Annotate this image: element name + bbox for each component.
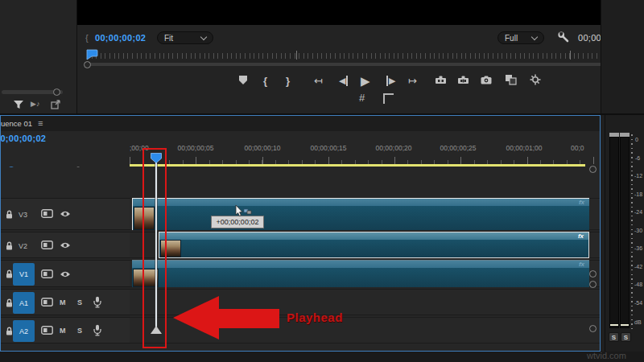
- left-panel-scroll-knob[interactable]: [53, 88, 60, 96]
- monitor-scrollbar-left-knob[interactable]: [84, 61, 91, 68]
- bottom-strip: [0, 352, 644, 362]
- zoom-level-select[interactable]: Fit: [157, 31, 213, 44]
- snap-magnet-icon[interactable]: [6, 167, 17, 167]
- solo-left-button[interactable]: S: [609, 332, 619, 342]
- source-patch-icon[interactable]: [41, 241, 53, 249]
- meter-level-right: [621, 324, 629, 326]
- solo-button[interactable]: S: [77, 327, 82, 335]
- meter-scale-label: -6: [635, 155, 640, 161]
- track-label-a1[interactable]: A1: [13, 292, 35, 314]
- timeline-vscroll-knob[interactable]: [589, 270, 597, 278]
- voiceover-record-mic-icon[interactable]: [93, 296, 102, 308]
- lift-icon[interactable]: [435, 76, 447, 84]
- left-panel: ▶♪: [0, 0, 77, 113]
- render-status-bar: [130, 164, 585, 167]
- monitor-playhead-timecode[interactable]: 00;00;00;02: [95, 33, 146, 43]
- comparison-view-icon[interactable]: [505, 74, 517, 85]
- timeline-vscroll-knob[interactable]: [589, 281, 597, 288]
- play-button-icon[interactable]: ▶: [361, 74, 370, 88]
- track-label-v2[interactable]: V2: [19, 242, 27, 250]
- ruler-guides-icon[interactable]: [383, 93, 394, 104]
- meter-scale-label: dB: [634, 319, 642, 325]
- annotation-arrow: [169, 293, 282, 343]
- program-monitor-panel: { 00;00;00;02 Fit Full 00;00;06;01 { { }…: [77, 0, 601, 113]
- tab-sequence-01-label: Sequence 01: [1, 119, 32, 128]
- step-forward-icon[interactable]: ▶: [386, 76, 395, 86]
- solo-right-button[interactable]: S: [621, 332, 631, 342]
- monitor-playhead-marker[interactable]: [86, 49, 98, 60]
- fx-badge: fx: [578, 232, 584, 240]
- annotation-playhead-rect: [142, 148, 167, 348]
- timeline-ruler[interactable]: ;00;00 00;00;00;05 00;00;00;10 00;00;00;…: [130, 131, 600, 167]
- settings-wrench-icon[interactable]: [558, 31, 570, 43]
- meter-scale-label: -30: [634, 228, 642, 233]
- lock-icon[interactable]: [5, 241, 14, 251]
- monitor-time-ruler[interactable]: [87, 53, 639, 59]
- step-back-icon[interactable]: ◀: [339, 76, 348, 86]
- meter-scale-label: -36: [634, 245, 642, 251]
- timeline-vscroll-knob[interactable]: [589, 166, 597, 173]
- mark-out-icon[interactable]: }: [286, 75, 290, 87]
- tab-sequence-01[interactable]: Sequence 01: [1, 116, 36, 131]
- meter-bar-left: [609, 137, 619, 328]
- track-header-a2: A2 M S: [1, 317, 130, 343]
- ruler-tick-label: 00;00;00;05: [163, 144, 228, 152]
- source-patch-icon[interactable]: [41, 269, 53, 278]
- button-editor-icon[interactable]: [530, 74, 541, 85]
- track-label-a2-text: A2: [19, 327, 28, 335]
- preview-audio-icon[interactable]: ▶♪: [31, 100, 39, 108]
- meter-bar-right: [620, 137, 630, 328]
- go-to-out-icon[interactable]: ↦: [408, 75, 417, 87]
- audio-meters-panel: 0 -6 -12 -18 -24 -30 -36 -42 -48 -54 dB …: [605, 115, 644, 352]
- timeline-settings-wrench-icon[interactable]: [75, 167, 86, 167]
- source-patch-icon[interactable]: [41, 298, 53, 306]
- program-monitor-video: [77, 0, 601, 25]
- track-label-a2[interactable]: A2: [13, 320, 35, 342]
- mute-button[interactable]: M: [60, 327, 66, 335]
- mark-in-icon[interactable]: {: [263, 75, 267, 87]
- toggle-track-output-eye-icon[interactable]: [60, 270, 71, 278]
- track-label-v3[interactable]: V3: [19, 211, 27, 219]
- linked-selection-icon[interactable]: [30, 167, 43, 167]
- chevron-down-icon: [200, 33, 207, 39]
- toggle-track-output-eye-icon[interactable]: [60, 210, 71, 218]
- ruler-major-ticks: [130, 157, 600, 164]
- extract-icon[interactable]: [457, 76, 469, 84]
- meter-scale-label: -12: [634, 173, 642, 179]
- voiceover-record-mic-icon[interactable]: [93, 324, 102, 336]
- fx-badge: fx: [579, 199, 584, 206]
- annotation-playhead-label: Playhead: [287, 311, 343, 324]
- timeline-timecode-area: 00;00;00;02 CC: [1, 131, 130, 167]
- go-to-in-icon[interactable]: ↤: [314, 75, 323, 87]
- timeline-playhead-timecode[interactable]: 00;00;00;02: [1, 134, 46, 143]
- meter-scale-label: 0: [635, 137, 638, 142]
- meter-level-left: [610, 324, 618, 326]
- track-label-a1-text: A1: [19, 299, 28, 307]
- top-right-panel: [601, 0, 644, 113]
- export-frame-icon[interactable]: [481, 76, 492, 84]
- monitor-ruler-major-tick: [296, 51, 297, 60]
- panel-menu-icon[interactable]: ≡: [38, 118, 43, 128]
- panel-drag-handle-icon: {: [85, 33, 89, 43]
- playback-quality-select[interactable]: Full: [497, 31, 544, 44]
- monitor-zoom-scrollbar[interactable]: [89, 63, 636, 66]
- ruler-tick-label: 00;0: [571, 144, 600, 152]
- timeline-vscroll-knob[interactable]: [589, 325, 597, 332]
- solo-button[interactable]: S: [77, 298, 82, 306]
- source-patch-icon[interactable]: [41, 326, 53, 335]
- toggle-track-output-eye-icon[interactable]: [60, 241, 71, 249]
- clip-v1[interactable]: 14388669-hd_1920_1080_24fps.mp4 fx: [132, 260, 589, 287]
- source-patch-icon[interactable]: [41, 209, 53, 218]
- track-header-v2: V2: [1, 232, 130, 258]
- export-icon[interactable]: [51, 100, 61, 109]
- timeline-tab-bar: Sequence 01 ≡: [1, 116, 600, 131]
- lock-icon[interactable]: [5, 210, 14, 220]
- track-header-v1: V1: [1, 260, 130, 287]
- fx-badge: fx: [579, 261, 584, 268]
- track-label-v1[interactable]: V1: [13, 263, 35, 286]
- safe-margins-icon[interactable]: #: [359, 92, 365, 104]
- clip-v2[interactable]: 14388669-hd_1920_1080_24fps.mp4 fx: [159, 232, 589, 258]
- filter-icon[interactable]: [13, 100, 24, 109]
- mute-button[interactable]: M: [60, 298, 66, 306]
- add-marker-icon[interactable]: [238, 75, 248, 85]
